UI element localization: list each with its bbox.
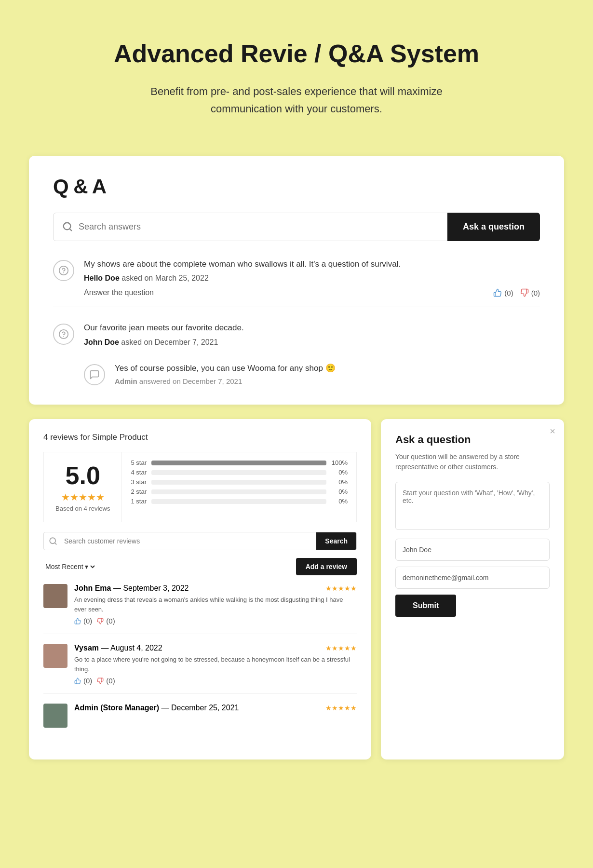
reviewer-avatar-2: [43, 644, 67, 668]
bar-row-2: 2 star 0%: [131, 488, 348, 495]
based-on: Based on 4 reviews: [55, 505, 110, 512]
answer-author-1: Admin: [115, 377, 137, 385]
bar-fill-5: [151, 461, 326, 465]
review-search-button[interactable]: Search: [316, 532, 356, 550]
review-stars-1: ★★★★★: [325, 584, 357, 592]
sort-select[interactable]: Most Recent ▾: [43, 562, 96, 571]
qa-search-wrapper: [53, 213, 447, 241]
qa-text-1: My shows are about the complete woman wh…: [84, 258, 540, 271]
thumbs-down-count-1: (0): [531, 289, 540, 297]
qa-date-2: asked on December 7, 2021: [121, 338, 218, 346]
bar-row-5: 5 star 100%: [131, 459, 348, 466]
name-input[interactable]: [395, 539, 550, 561]
thumbs-up-btn-1[interactable]: (0): [493, 288, 513, 297]
qa-date-1: asked on March 25, 2022: [121, 274, 209, 282]
thumbs-down-btn-1[interactable]: (0): [520, 288, 540, 297]
ask-modal: × Ask a question Your question will be a…: [381, 419, 564, 760]
review-up-count-1: (0): [83, 617, 92, 625]
review-search-input[interactable]: [57, 532, 316, 550]
review-text-1: An evening dress that reveals a woman's …: [74, 595, 357, 614]
review-thumbs-up-1[interactable]: (0): [74, 617, 92, 625]
hero-subtitle: Benefit from pre- and post-sales experie…: [128, 83, 465, 117]
qa-content-1: My shows are about the complete woman wh…: [84, 258, 540, 298]
add-review-button[interactable]: Add a review: [296, 558, 357, 575]
modal-description: Your question will be answered by a stor…: [395, 452, 550, 472]
qa-actions-1: Answer the question (0): [84, 288, 540, 297]
filter-row: Most Recent ▾ Add a review: [43, 558, 357, 575]
review-content-3: Admin (Store Manager) — December 25, 202…: [74, 704, 357, 728]
bar-row-1: 1 star 0%: [131, 498, 348, 505]
bar-pct-2: 0%: [330, 488, 348, 495]
reviewer-date-sep-1: —: [113, 584, 123, 592]
review-text-2: Go to a place where you're not going to …: [74, 655, 357, 674]
rating-left: 5.0 ★★★★★ Based on 4 reviews: [44, 452, 122, 522]
reviewer-name-2: Vysam — August 4, 2022: [74, 644, 162, 652]
big-rating: 5.0: [55, 462, 110, 489]
bar-row-3: 3 star 0%: [131, 478, 348, 486]
reviewer-date-3: December 25, 2021: [171, 704, 239, 712]
review-content-2: Vysam — August 4, 2022 ★★★★★ Go to a pla…: [74, 644, 357, 685]
review-stars-3: ★★★★★: [325, 704, 357, 712]
qa-search-input[interactable]: [79, 213, 438, 241]
hero-section: Advanced Revie / Q&A System Benefit from…: [0, 0, 593, 146]
reviewer-name-text-2: Vysam: [74, 644, 99, 652]
reviewer-meta-3: Admin (Store Manager) — December 25, 202…: [74, 704, 357, 712]
reviewer-name-text-3: Admin (Store Manager): [74, 704, 159, 712]
rating-stars: ★★★★★: [55, 491, 110, 503]
question-textarea[interactable]: [395, 482, 550, 530]
modal-close-button[interactable]: ×: [550, 426, 555, 437]
review-thumbs-down-1[interactable]: (0): [97, 617, 115, 625]
email-input[interactable]: [395, 567, 550, 589]
answer-content-1: Yes of course possible, you can use Woom…: [115, 362, 336, 386]
qa-text-2: Our favorite jean meets our favorite dec…: [84, 322, 540, 334]
reviewer-name-1: John Ema — September 3, 2022: [74, 584, 189, 593]
reviewer-name-text-1: John Ema: [74, 584, 111, 592]
qa-item-1: My shows are about the complete woman wh…: [53, 258, 540, 308]
answer-date-1: answered on December 7, 2021: [139, 377, 242, 385]
svg-line-7: [54, 543, 56, 544]
hero-title: Advanced Revie / Q&A System: [96, 39, 497, 68]
ask-question-button[interactable]: Ask a question: [447, 213, 540, 241]
review-thumbs-down-2[interactable]: (0): [97, 677, 115, 685]
qa-card: Q & A Ask a question My shows are about …: [29, 156, 564, 405]
review-stars-2: ★★★★★: [325, 644, 357, 652]
reviewer-date-2: August 4, 2022: [110, 644, 162, 652]
answer-item-1: Yes of course possible, you can use Woom…: [84, 362, 540, 386]
modal-title: Ask a question: [395, 434, 550, 446]
bar-label-1: 1 star: [131, 498, 148, 505]
bar-pct-5: 100%: [330, 459, 348, 466]
reviewer-meta-2: Vysam — August 4, 2022 ★★★★★: [74, 644, 357, 652]
submit-button[interactable]: Submit: [395, 595, 456, 617]
reviewer-date-sep-3: —: [161, 704, 171, 712]
qa-author-2: John Doe: [84, 338, 119, 346]
bar-label-4: 4 star: [131, 469, 148, 476]
rating-summary: 5.0 ★★★★★ Based on 4 reviews 5 star 100%…: [43, 452, 357, 522]
bar-track-3: [151, 480, 326, 485]
vote-group-1: (0) (0): [493, 288, 540, 297]
bar-pct-1: 0%: [330, 498, 348, 505]
reviews-panel: 4 reviews for Simple Product 5.0 ★★★★★ B…: [29, 419, 371, 760]
bar-label-3: 3 star: [131, 478, 148, 486]
bottom-section: 4 reviews for Simple Product 5.0 ★★★★★ B…: [29, 419, 564, 760]
bar-label-5: 5 star: [131, 459, 148, 466]
bar-pct-3: 0%: [330, 478, 348, 486]
review-search-row: Search: [43, 532, 357, 550]
bar-track-4: [151, 470, 326, 475]
reviewer-date-1: September 3, 2022: [123, 584, 189, 592]
review-votes-1: (0) (0): [74, 617, 357, 625]
svg-line-1: [69, 229, 71, 231]
qa-content-2: Our favorite jean meets our favorite dec…: [84, 322, 540, 353]
reviewer-date-sep-2: —: [101, 644, 110, 652]
bar-track-2: [151, 489, 326, 494]
qa-meta-1: Hello Doe asked on March 25, 2022: [84, 274, 540, 283]
bar-track-1: [151, 499, 326, 504]
review-down-count-2: (0): [106, 677, 115, 685]
thumbs-up-count-1: (0): [504, 289, 513, 297]
review-content-1: John Ema — September 3, 2022 ★★★★★ An ev…: [74, 584, 357, 625]
bar-track-5: [151, 461, 326, 465]
review-votes-2: (0) (0): [74, 677, 357, 685]
answer-text-1: Yes of course possible, you can use Woom…: [115, 362, 336, 375]
bar-pct-4: 0%: [330, 469, 348, 476]
review-thumbs-up-2[interactable]: (0): [74, 677, 92, 685]
answer-link-1[interactable]: Answer the question: [84, 288, 154, 297]
